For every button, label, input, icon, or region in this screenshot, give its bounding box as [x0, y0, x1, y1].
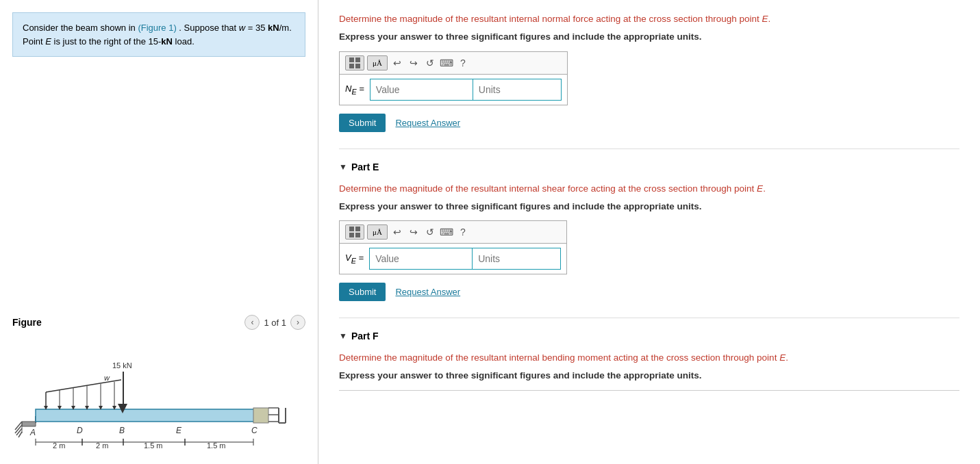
svg-rect-49	[349, 64, 354, 68]
part-e-grid-button[interactable]	[345, 224, 364, 240]
refresh-icon[interactable]: ↺	[423, 56, 437, 70]
part-f-instruction: Express your answer to three significant…	[339, 369, 959, 383]
part-e-orange-text: Determine the magnitude of the resultant…	[339, 183, 766, 194]
undo-icon[interactable]: ↩	[390, 56, 404, 70]
figure-page: 1 of 1	[264, 318, 286, 328]
svg-text:E: E	[176, 426, 182, 435]
svg-text:2 m: 2 m	[96, 441, 108, 450]
grid-button[interactable]	[345, 55, 364, 70]
svg-line-5	[16, 428, 22, 435]
part-e-undo-icon[interactable]: ↩	[390, 225, 404, 239]
figure-nav: ‹ 1 of 1 ›	[244, 315, 305, 330]
part-f-orange-text: Determine the magnitude of the resultant…	[339, 352, 788, 363]
part-d-question: Determine the magnitude of the resultant…	[339, 12, 959, 26]
svg-text:C: C	[251, 426, 257, 435]
part-e-submit-button[interactable]: Submit	[339, 283, 386, 301]
figure-link[interactable]: (Figure 1)	[138, 23, 176, 33]
svg-rect-54	[355, 233, 360, 237]
part-e-title: Part E	[351, 162, 379, 172]
part-e-keyboard-icon[interactable]: ⌨	[440, 225, 453, 239]
svg-rect-50	[355, 64, 360, 68]
figure-area: Figure ‹ 1 of 1 › A	[0, 57, 318, 464]
svg-text:B: B	[119, 426, 125, 435]
svg-rect-53	[349, 233, 354, 237]
part-d-instruction: Express your answer to three significant…	[339, 30, 959, 44]
part-f-title: Part F	[351, 331, 379, 341]
svg-rect-47	[349, 57, 354, 62]
part-f-block: ▼ Part F Determine the magnitude of the …	[339, 331, 959, 391]
divider-1	[339, 149, 959, 149]
part-e-request-link[interactable]: Request Answer	[395, 287, 460, 297]
mu-button[interactable]: μÅ	[367, 55, 388, 70]
part-f-question: Determine the magnitude of the resultant…	[339, 351, 959, 365]
figure-label-row: Figure ‹ 1 of 1 ›	[0, 309, 318, 334]
part-d-toolbar: μÅ ↩ ↪ ↺ ⌨ ?	[340, 52, 567, 75]
part-e-input-row: VE =	[340, 244, 566, 274]
svg-text:w: w	[104, 374, 110, 382]
keyboard-icon[interactable]: ⌨	[440, 56, 453, 70]
svg-text:2 m: 2 m	[53, 441, 65, 450]
part-d-submit-button[interactable]: Submit	[339, 114, 386, 132]
svg-text:1.5 m: 1.5 m	[207, 441, 226, 450]
part-f-header: ▼ Part F	[339, 331, 959, 341]
part-e-toolbar: μÅ ↩ ↪ ↺ ⌨ ?	[340, 221, 566, 244]
svg-text:D: D	[77, 426, 83, 435]
svg-text:15 kN: 15 kN	[112, 361, 132, 370]
figure-canvas: A w 15 kN D B E C	[7, 334, 311, 450]
part-d-orange-text: Determine the magnitude of the resultant…	[339, 14, 770, 24]
part-d-value-input[interactable]	[370, 79, 473, 101]
redo-icon[interactable]: ↪	[407, 56, 420, 70]
part-e-label: VE =	[345, 253, 364, 265]
problem-text: Consider the beam shown in	[23, 23, 138, 33]
next-figure-button[interactable]: ›	[290, 315, 305, 330]
svg-rect-7	[36, 409, 255, 422]
part-e-header: ▼ Part E	[339, 162, 959, 172]
problem-statement: Consider the beam shown in (Figure 1) . …	[12, 12, 305, 57]
part-d-answer-box: μÅ ↩ ↪ ↺ ⌨ ? NE =	[339, 51, 568, 105]
part-d-units-input[interactable]	[473, 79, 562, 101]
part-e-mu-button[interactable]: μÅ	[367, 224, 388, 240]
part-e-help-icon[interactable]: ?	[456, 225, 470, 239]
svg-text:1.5 m: 1.5 m	[144, 441, 163, 450]
part-d-actions: Submit Request Answer	[339, 114, 959, 132]
part-d-block: Determine the magnitude of the resultant…	[339, 12, 959, 132]
part-f-collapse-icon[interactable]: ▼	[339, 331, 347, 341]
part-e-redo-icon[interactable]: ↪	[407, 225, 420, 239]
part-d-input-row: NE =	[340, 75, 567, 105]
divider-2	[339, 318, 959, 318]
part-f-bottom-divider	[339, 390, 959, 391]
left-panel: Consider the beam shown in (Figure 1) . …	[0, 0, 318, 464]
svg-text:A: A	[29, 428, 36, 437]
beam-diagram: A w 15 kN D B E C	[7, 334, 311, 450]
part-e-question: Determine the magnitude of the resultant…	[339, 182, 959, 196]
part-e-block: ▼ Part E Determine the magnitude of the …	[339, 162, 959, 302]
part-e-units-input[interactable]	[472, 248, 561, 270]
part-d-label: NE =	[345, 83, 364, 96]
part-e-refresh-icon[interactable]: ↺	[423, 225, 437, 239]
part-e-answer-box: μÅ ↩ ↪ ↺ ⌨ ? VE =	[339, 220, 567, 274]
part-e-value-input[interactable]	[369, 248, 472, 270]
right-panel: Determine the magnitude of the resultant…	[318, 0, 980, 464]
svg-rect-48	[355, 57, 360, 62]
svg-marker-1	[22, 422, 36, 426]
prev-figure-button[interactable]: ‹	[244, 315, 260, 330]
part-e-collapse-icon[interactable]: ▼	[339, 162, 347, 172]
help-icon[interactable]: ?	[456, 56, 470, 70]
part-d-request-link[interactable]: Request Answer	[395, 118, 460, 128]
part-e-instruction: Express your answer to three significant…	[339, 200, 959, 214]
svg-rect-52	[355, 227, 360, 231]
svg-rect-51	[349, 227, 354, 231]
svg-line-16	[46, 380, 121, 392]
part-e-actions: Submit Request Answer	[339, 283, 959, 301]
figure-label: Figure	[12, 317, 42, 328]
svg-rect-24	[253, 408, 268, 423]
